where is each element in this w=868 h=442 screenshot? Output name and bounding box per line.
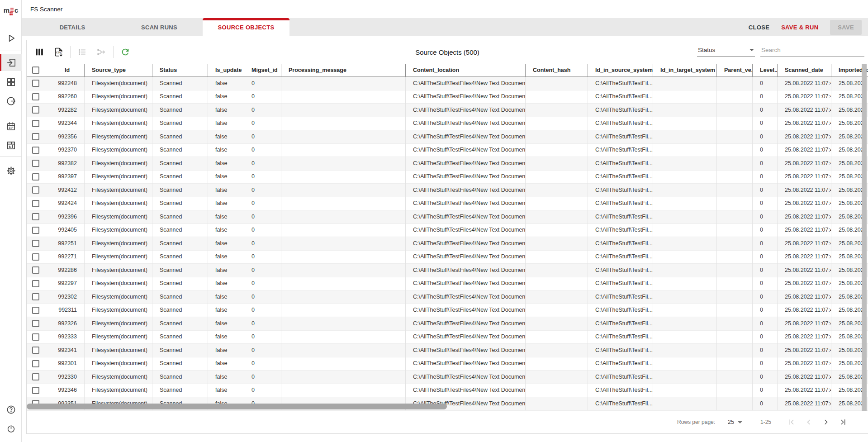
cell-scanned_date: 25.08.2022 11:07:41 bbox=[777, 117, 831, 130]
row-checkbox[interactable] bbox=[32, 307, 39, 314]
row-checkbox[interactable] bbox=[32, 80, 39, 87]
table-row[interactable]: 992330Filesystem(document)Scannedfalse0C… bbox=[27, 371, 868, 384]
header-select-cell[interactable] bbox=[27, 64, 46, 77]
row-checkbox[interactable] bbox=[32, 120, 39, 127]
save-and-run-button[interactable]: SAVE & RUN bbox=[781, 24, 818, 31]
table-row[interactable]: 992346Filesystem(document)Scannedfalse0C… bbox=[27, 384, 868, 398]
row-checkbox[interactable] bbox=[32, 186, 39, 194]
row-select-cell bbox=[27, 210, 46, 224]
table-row[interactable]: 992424Filesystem(document)Scannedfalse0C… bbox=[27, 197, 868, 211]
row-select-cell bbox=[27, 143, 46, 157]
sidebar-item-export[interactable] bbox=[0, 92, 22, 109]
table-row[interactable]: 992344Filesystem(document)Scannedfalse0C… bbox=[27, 117, 868, 131]
sidebar-item-scheduler[interactable] bbox=[0, 118, 22, 135]
refresh-button[interactable] bbox=[118, 45, 133, 59]
columns-button[interactable] bbox=[32, 45, 47, 59]
cell-processing_message bbox=[281, 384, 405, 397]
row-checkbox[interactable] bbox=[32, 200, 39, 207]
tab-details[interactable]: DETAILS bbox=[29, 18, 116, 36]
column-header-source_type[interactable]: Source_type bbox=[84, 64, 152, 77]
export-csv-button[interactable]: CSV bbox=[51, 45, 66, 59]
table-row[interactable]: 992302Filesystem(document)Scannedfalse0C… bbox=[27, 290, 868, 304]
select-all-checkbox[interactable] bbox=[32, 67, 39, 74]
vertical-scrollbar[interactable] bbox=[862, 64, 867, 411]
tab-source-objects[interactable]: SOURCE OBJECTS bbox=[203, 18, 289, 36]
column-header-id_in_target_system[interactable]: Id_in_target_system bbox=[653, 64, 716, 77]
tab-scan-runs[interactable]: SCAN RUNS bbox=[116, 18, 203, 36]
table-row[interactable]: 992326Filesystem(document)Scannedfalse0C… bbox=[27, 317, 868, 331]
cell-id: 992397 bbox=[46, 170, 84, 184]
table-row[interactable]: 992341Filesystem(document)Scannedfalse0C… bbox=[27, 344, 868, 357]
column-header-status[interactable]: Status bbox=[152, 64, 208, 77]
last-page-button[interactable] bbox=[836, 415, 850, 429]
table-row[interactable]: 992282Filesystem(document)Scannedfalse0C… bbox=[27, 104, 868, 117]
table-row[interactable]: 992248Filesystem(document)Scannedfalse0C… bbox=[27, 77, 868, 90]
close-button[interactable]: CLOSE bbox=[749, 24, 769, 31]
row-checkbox[interactable] bbox=[32, 160, 39, 167]
row-checkbox[interactable] bbox=[32, 347, 39, 354]
row-checkbox[interactable] bbox=[32, 266, 39, 274]
sidebar-item-help[interactable] bbox=[0, 401, 22, 418]
cell-level: 0 bbox=[752, 384, 777, 397]
cell-id_in_source_system: C:\AllTheStuff\TestFil... bbox=[588, 330, 653, 344]
column-header-parent_version[interactable]: Parent_ve... bbox=[716, 64, 752, 77]
row-checkbox[interactable] bbox=[32, 227, 39, 234]
row-checkbox[interactable] bbox=[32, 106, 39, 114]
column-header-id_in_source_system[interactable]: Id_in_source_system bbox=[588, 64, 653, 77]
next-page-button[interactable] bbox=[819, 415, 833, 429]
table-row[interactable]: 992286Filesystem(document)Scannedfalse0C… bbox=[27, 264, 868, 277]
table-row[interactable]: 992271Filesystem(document)Scannedfalse0C… bbox=[27, 251, 868, 264]
table-row[interactable]: 992301Filesystem(document)Scannedfalse0C… bbox=[27, 357, 868, 371]
sidebar-item-settings[interactable] bbox=[0, 162, 22, 179]
column-header-id[interactable]: Id bbox=[46, 64, 84, 77]
cell-content_hash bbox=[525, 223, 588, 237]
row-checkbox[interactable] bbox=[32, 387, 39, 394]
table-row[interactable]: 992251Filesystem(document)Scannedfalse0C… bbox=[27, 237, 868, 251]
column-header-is_update[interactable]: Is_update bbox=[208, 64, 244, 77]
row-checkbox[interactable] bbox=[32, 293, 39, 300]
table-row[interactable]: 992412Filesystem(document)Scannedfalse0C… bbox=[27, 184, 868, 197]
sidebar-item-scanners[interactable] bbox=[0, 54, 22, 71]
row-checkbox[interactable] bbox=[32, 373, 39, 380]
status-filter-select[interactable]: Status bbox=[697, 45, 755, 57]
table-row[interactable]: 992397Filesystem(document)Scannedfalse0C… bbox=[27, 171, 868, 184]
search-input[interactable] bbox=[760, 45, 864, 57]
table-row[interactable]: 992260Filesystem(document)Scannedfalse0C… bbox=[27, 90, 868, 104]
row-checkbox[interactable] bbox=[32, 213, 39, 220]
rows-per-page-select[interactable]: 25 bbox=[728, 419, 742, 425]
column-header-content_location[interactable]: Content_location bbox=[405, 64, 525, 77]
sidebar-item-dashboard[interactable] bbox=[0, 73, 22, 90]
column-header-content_hash[interactable]: Content_hash bbox=[525, 64, 588, 77]
column-header-processing_message[interactable]: Processing_message bbox=[281, 64, 405, 77]
row-checkbox[interactable] bbox=[32, 320, 39, 327]
row-checkbox[interactable] bbox=[32, 173, 39, 181]
row-checkbox[interactable] bbox=[32, 360, 39, 367]
table-row[interactable]: 992356Filesystem(document)Scannedfalse0C… bbox=[27, 130, 868, 144]
horizontal-scrollbar[interactable] bbox=[27, 404, 447, 409]
list-icon bbox=[77, 47, 87, 57]
row-checkbox[interactable] bbox=[32, 133, 39, 140]
row-checkbox[interactable] bbox=[32, 333, 39, 341]
table-row[interactable]: 992370Filesystem(document)Scannedfalse0C… bbox=[27, 144, 868, 157]
row-checkbox[interactable] bbox=[32, 93, 39, 100]
table-row[interactable]: 992396Filesystem(document)Scannedfalse0C… bbox=[27, 210, 868, 224]
table-row[interactable]: 992311Filesystem(document)Scannedfalse0C… bbox=[27, 304, 868, 318]
cell-id: 992260 bbox=[46, 90, 84, 104]
table-row[interactable]: 992333Filesystem(document)Scannedfalse0C… bbox=[27, 331, 868, 344]
row-checkbox[interactable] bbox=[32, 280, 39, 287]
table-row[interactable]: 992405Filesystem(document)Scannedfalse0C… bbox=[27, 224, 868, 238]
table-row[interactable]: 992297Filesystem(document)Scannedfalse0C… bbox=[27, 277, 868, 291]
page-title: FS Scanner bbox=[30, 6, 62, 13]
sidebar-item-run[interactable] bbox=[0, 29, 22, 47]
row-checkbox[interactable] bbox=[32, 253, 39, 261]
column-header-level[interactable]: Level... bbox=[752, 64, 777, 77]
table-row[interactable]: 992382Filesystem(document)Scannedfalse0C… bbox=[27, 157, 868, 171]
row-checkbox[interactable] bbox=[32, 147, 39, 154]
row-checkbox[interactable] bbox=[32, 240, 39, 247]
sidebar-item-reports[interactable] bbox=[0, 137, 22, 154]
cell-content_location: C:\AllTheStuff\TestFiles4\New Text Docum… bbox=[405, 90, 525, 104]
column-header-scanned_date[interactable]: Scanned_date bbox=[777, 64, 831, 77]
column-header-migset_id[interactable]: Migset_id bbox=[244, 64, 281, 77]
sidebar-item-logout[interactable] bbox=[0, 420, 22, 437]
cell-source_type: Filesystem(document) bbox=[84, 143, 152, 157]
